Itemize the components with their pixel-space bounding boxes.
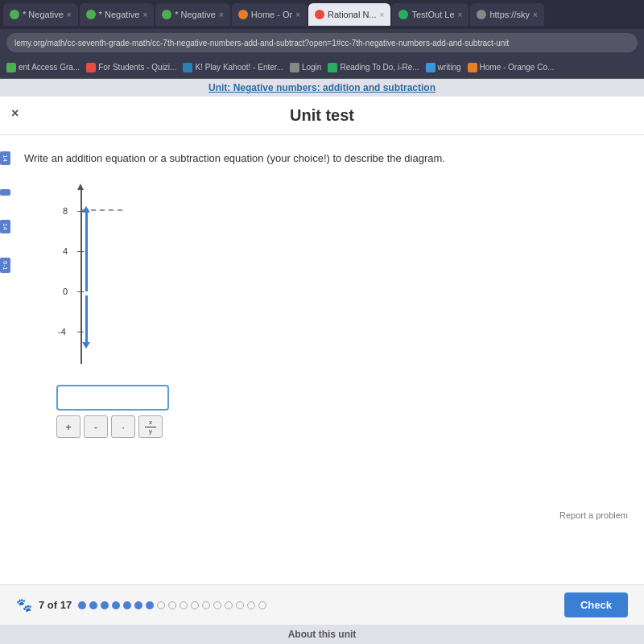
- page-counter: 7 of 17: [39, 599, 72, 611]
- dot-15: [236, 601, 244, 609]
- side-tag-1: 14: [0, 151, 10, 165]
- dot-13: [213, 601, 221, 609]
- page-content: Unit: Negative numbers: addition and sub…: [0, 79, 644, 644]
- unit-header: Unit: Negative numbers: addition and sub…: [0, 79, 644, 97]
- label-neg4: -4: [58, 327, 66, 336]
- tab-rational[interactable]: Rational N... ×: [308, 3, 390, 26]
- tab-negative-1[interactable]: * Negative ×: [3, 3, 78, 26]
- side-panel: 14 14 6-1: [0, 151, 10, 273]
- tab-close-5[interactable]: ×: [380, 10, 385, 19]
- about-bar[interactable]: About this unit: [0, 625, 644, 644]
- tick-0: [77, 291, 84, 292]
- bookmark-writing[interactable]: writing: [426, 63, 461, 72]
- dot-14: [225, 601, 233, 609]
- arrow-down: [85, 295, 88, 344]
- dot-7: [146, 601, 154, 609]
- dot-4: [112, 601, 120, 609]
- dot-8: [157, 601, 165, 609]
- dot-11: [191, 601, 199, 609]
- side-tag-3: 14: [0, 220, 10, 233]
- side-tag-4: 6-1: [0, 258, 10, 274]
- bookmark-kahoot[interactable]: K! Play Kahoot! - Enter...: [183, 63, 283, 72]
- progress-dots: [78, 601, 266, 609]
- y-axis: [80, 187, 82, 364]
- label-4: 4: [63, 246, 68, 256]
- axis-container: 8 4 0 -4: [56, 187, 153, 364]
- dot-12: [202, 601, 210, 609]
- dot-16: [247, 601, 255, 609]
- dot-1: [78, 601, 86, 609]
- question-text: Write an addition equation or a subtract…: [24, 151, 620, 166]
- label-0: 0: [63, 287, 68, 296]
- browser-frame: * Negative × * Negative × * Negative × H…: [0, 0, 644, 644]
- bookmark-reading[interactable]: Reading To Do, i-Re...: [328, 63, 419, 72]
- tab-close-7[interactable]: ×: [533, 10, 538, 19]
- dot-6: [134, 601, 142, 609]
- answer-input[interactable]: [56, 385, 169, 411]
- fraction-top: x: [149, 419, 152, 426]
- tab-home[interactable]: Home - Or ×: [232, 3, 307, 26]
- address-bar[interactable]: lemy.org/math/cc-seventh-grade-math/cc-7…: [6, 33, 638, 52]
- tab-bar: * Negative × * Negative × * Negative × H…: [0, 0, 644, 29]
- tab-close-1[interactable]: ×: [67, 10, 72, 19]
- bottom-bar: 🐾 7 of 17: [0, 584, 644, 625]
- report-problem-link[interactable]: Report a problem: [559, 510, 628, 520]
- answer-area: + - · x y: [24, 385, 620, 438]
- plus-button[interactable]: +: [56, 415, 80, 438]
- address-bar-row: lemy.org/math/cc-seventh-grade-math/cc-7…: [0, 29, 644, 56]
- fraction-bottom: y: [149, 428, 152, 435]
- dot-2: [89, 601, 97, 609]
- side-tag-2: [0, 189, 10, 196]
- bookmark-home[interactable]: Home - Orange Co...: [468, 63, 555, 72]
- tab-negative-3[interactable]: * Negative ×: [155, 3, 230, 26]
- progress-area: 🐾 7 of 17: [16, 597, 266, 613]
- tab-close-4[interactable]: ×: [295, 10, 300, 19]
- label-8: 8: [63, 206, 68, 216]
- bookmark-students[interactable]: For Students - Quizi...: [86, 63, 176, 72]
- dot-3: [101, 601, 109, 609]
- close-x[interactable]: ×: [11, 106, 19, 121]
- tab-close-6[interactable]: ×: [458, 10, 463, 19]
- question-area: 14 14 6-1 Write an addition equation or …: [0, 135, 644, 584]
- math-buttons: + - · x y: [56, 415, 620, 438]
- bookmarks-bar: ent Access Gra... For Students - Quizi..…: [0, 56, 644, 79]
- tab-https[interactable]: https://sky ×: [470, 3, 543, 26]
- tab-negative-2[interactable]: * Negative ×: [80, 3, 155, 26]
- axis-arrow-top: [77, 184, 84, 190]
- dot-10: [180, 601, 188, 609]
- dot-button[interactable]: ·: [111, 415, 135, 438]
- tab-testout[interactable]: TestOut Le ×: [392, 3, 469, 26]
- check-button[interactable]: Check: [564, 592, 628, 617]
- progress-icon: 🐾: [16, 597, 32, 613]
- tick-4: [77, 251, 84, 252]
- diagram-area: 8 4 0 -4: [24, 179, 620, 372]
- dot-5: [123, 601, 131, 609]
- dot-17: [258, 601, 266, 609]
- tab-close-2[interactable]: ×: [142, 10, 147, 19]
- arrow-up: [85, 211, 88, 291]
- main-content: × Unit test 14 14 6-1 Write an addition …: [0, 97, 644, 625]
- bookmark-access[interactable]: ent Access Gra...: [6, 63, 80, 72]
- tick-neg4: [77, 332, 84, 332]
- fraction-button[interactable]: x y: [138, 415, 163, 438]
- unit-test-title: × Unit test: [0, 97, 644, 135]
- bookmark-login[interactable]: Login: [290, 63, 321, 72]
- minus-button[interactable]: -: [84, 415, 108, 438]
- dot-9: [168, 601, 176, 609]
- tab-close-3[interactable]: ×: [219, 10, 224, 19]
